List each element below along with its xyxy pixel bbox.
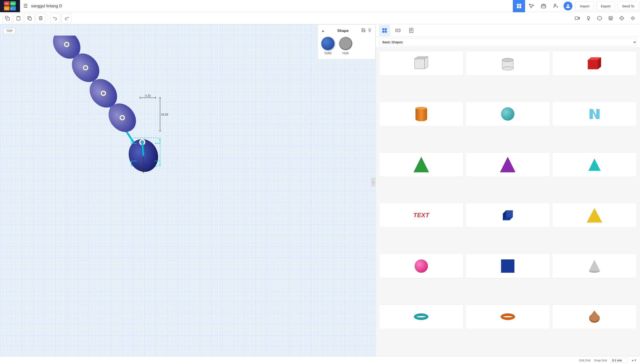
svg-text:3.33: 3.33 — [145, 94, 151, 97]
undo-button[interactable] — [50, 13, 60, 23]
duplicate-button[interactable] — [25, 13, 35, 23]
svg-marker-93 — [588, 158, 601, 171]
svg-rect-67 — [382, 28, 384, 30]
svg-rect-90 — [588, 60, 598, 69]
svg-rect-69 — [382, 31, 384, 33]
layers-button[interactable] — [605, 13, 615, 23]
panel-collapse-button[interactable]: ▲ — [321, 29, 325, 33]
library-grid-button[interactable] — [379, 25, 390, 36]
library-ruler-button[interactable] — [392, 25, 404, 36]
shape-drop-brown[interactable] — [552, 304, 637, 329]
edit-grid-label[interactable]: Edit Grid — [579, 359, 591, 362]
shape-pyramid-yellow[interactable] — [552, 203, 637, 228]
svg-rect-68 — [385, 28, 387, 30]
toolbar-separator — [48, 15, 48, 22]
category-select[interactable]: Basic Shapes — [379, 38, 637, 46]
hole-type[interactable]: Hole — [339, 37, 352, 55]
import-button[interactable]: Import — [575, 2, 594, 10]
redo-button[interactable] — [61, 13, 71, 23]
shape-box-red[interactable] — [552, 51, 637, 76]
library-header — [376, 24, 640, 37]
copy-button[interactable] — [2, 13, 12, 23]
view-label: TOP — [3, 28, 16, 34]
send-to-button[interactable]: Send To — [617, 2, 639, 10]
user-avatar — [563, 2, 572, 10]
panel-action-icons — [361, 28, 372, 34]
project-title[interactable]: sanggul lintang D — [31, 4, 62, 8]
svg-line-56 — [142, 142, 143, 156]
shape-box-striped[interactable] — [379, 51, 464, 76]
panel-save-icon[interactable] — [361, 28, 366, 34]
library-nav: Basic Shapes — [376, 37, 640, 48]
svg-marker-98 — [589, 260, 600, 271]
shape-cube-blue[interactable] — [466, 254, 550, 278]
shape-library: Basic Shapes — [376, 24, 640, 356]
shape-cone-purple[interactable] — [466, 152, 550, 177]
camera-button[interactable] — [572, 13, 582, 23]
shape-cylinder-striped[interactable] — [466, 51, 550, 76]
user-avatar-button[interactable] — [562, 0, 574, 12]
text-shape-label: TEXT — [413, 212, 429, 219]
library-list-button[interactable] — [406, 25, 417, 36]
snap-grid-up-down[interactable]: ▲▼ — [631, 359, 637, 362]
shape-grid: TEXT — [376, 48, 640, 356]
svg-rect-18 — [7, 18, 9, 20]
panel-bulb-icon[interactable] — [368, 28, 372, 34]
shape-n[interactable] — [552, 102, 637, 126]
shape-cone-green[interactable] — [379, 152, 464, 177]
bulb-button[interactable] — [583, 13, 593, 23]
topbar-right: Import Export Send To — [513, 0, 640, 12]
solid-ball — [321, 37, 335, 50]
svg-rect-81 — [415, 59, 425, 69]
toolbox-button[interactable] — [537, 0, 549, 12]
svg-rect-22 — [575, 17, 578, 20]
shape-types: Solid Hole — [321, 37, 372, 55]
shape-sphere-pink[interactable] — [379, 254, 464, 278]
svg-marker-24 — [608, 16, 612, 18]
paste-button[interactable] — [13, 13, 23, 23]
delete-button[interactable] — [36, 13, 46, 23]
add-user-button[interactable] — [549, 0, 562, 12]
ruler-button[interactable] — [617, 13, 627, 23]
svg-point-48 — [102, 92, 105, 95]
svg-rect-12 — [541, 5, 546, 8]
canvas-area[interactable]: TOP — [0, 24, 376, 364]
hole-ball — [339, 37, 352, 50]
shape-panel: ▲ Shape Solid Hole — [318, 24, 376, 60]
svg-line-25 — [621, 17, 621, 18]
menu-icon[interactable]: ☰ — [20, 3, 31, 9]
svg-point-45 — [84, 66, 87, 69]
solid-type[interactable]: Solid — [321, 37, 335, 55]
logo: TIN KER CA D — [0, 0, 20, 12]
cad-tools-button[interactable] — [525, 0, 537, 12]
svg-text:KER: KER — [11, 3, 15, 5]
svg-point-14 — [554, 4, 556, 6]
svg-line-26 — [622, 18, 622, 19]
dimension-lines: 3.33 18.28 — [133, 93, 178, 138]
right-tools — [572, 13, 638, 23]
shape-text-red[interactable]: TEXT — [379, 203, 464, 228]
toolbar — [0, 12, 640, 24]
svg-point-42 — [65, 43, 68, 46]
bottombar: Edit Grid Snap Grid ▲▼ — [0, 356, 640, 364]
shape-prism-teal[interactable] — [552, 152, 637, 177]
grid-view-button[interactable] — [513, 0, 525, 12]
shape-torus-orange[interactable] — [466, 304, 550, 329]
export-button[interactable]: Export — [596, 2, 615, 10]
shape-cone-gray[interactable] — [552, 254, 637, 278]
hole-label: Hole — [343, 51, 349, 55]
dimension-container: 3.33 18.28 — [133, 93, 178, 138]
mirror-button[interactable] — [628, 13, 638, 23]
shape-torus-teal[interactable] — [379, 304, 464, 329]
svg-text:CA: CA — [5, 8, 8, 10]
polygon-button[interactable] — [594, 13, 604, 23]
shape-cylinder-orange[interactable] — [379, 102, 464, 126]
svg-rect-9 — [519, 4, 521, 6]
snap-grid-input[interactable] — [610, 358, 628, 363]
shape-sphere-teal[interactable] — [466, 102, 550, 126]
expand-library-button[interactable]: › — [371, 178, 376, 186]
svg-text:D: D — [11, 8, 12, 10]
svg-rect-21 — [29, 17, 31, 20]
shape-box-blue-angled[interactable] — [466, 203, 550, 228]
svg-point-17 — [567, 4, 569, 6]
